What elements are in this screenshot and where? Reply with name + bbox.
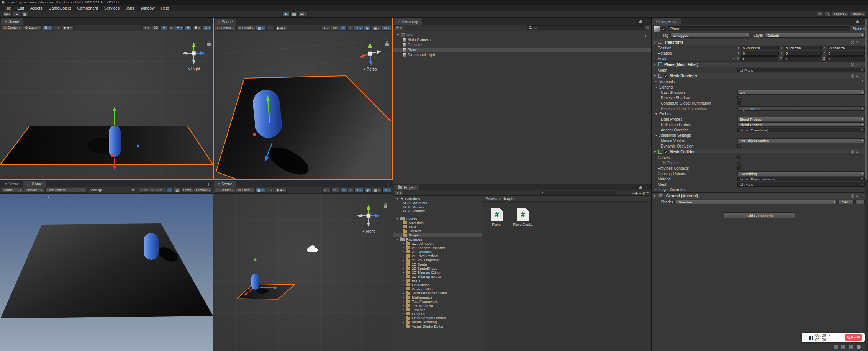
chevron-right-icon[interactable]: ▸: [402, 321, 405, 324]
project-package[interactable]: ▸2D Common: [393, 250, 482, 254]
tool-handle-position-dropdown[interactable]: ⊡Center▾: [215, 26, 236, 31]
project-package[interactable]: ▸2D Animation: [393, 241, 482, 246]
project-package[interactable]: ▸Unity Version Control: [393, 316, 482, 320]
snap-increment-button[interactable]: ▶◀▾: [62, 25, 74, 30]
2d-toggle-button[interactable]: 2D: [331, 188, 340, 193]
presets-icon[interactable]: ≡: [856, 150, 858, 154]
chevron-down-icon[interactable]: ▼: [396, 217, 399, 220]
scene-audio-button[interactable]: ♪: [348, 188, 354, 193]
scene-audio-button[interactable]: ♪: [347, 26, 353, 31]
tool-handle-position-dropdown[interactable]: ⊡Center▾: [2, 25, 22, 30]
project-search-input[interactable]: [545, 190, 613, 195]
project-package[interactable]: ▸Unity UI: [393, 312, 482, 316]
scene-lighting-button[interactable]: ☀: [340, 188, 347, 193]
hierarchy-search-input[interactable]: [532, 25, 642, 30]
hierarchy-item-directional-light[interactable]: Directional Light: [393, 52, 651, 57]
materials-foldout[interactable]: ▸ Materials 1: [652, 79, 868, 84]
scene-tab[interactable]: #Scene: [214, 181, 236, 187]
orientation-gizmo-right[interactable]: [357, 205, 380, 227]
project-package[interactable]: ▸Visual Scripting: [393, 320, 482, 324]
project-package[interactable]: ▸Test Framework: [393, 299, 482, 303]
chevron-right-icon[interactable]: ▸: [402, 296, 405, 299]
rotation-y-field[interactable]: 0: [784, 51, 822, 56]
project-packages-header[interactable]: ▼Packages: [393, 237, 482, 241]
game-mode-dropdown[interactable]: Game▾: [2, 188, 23, 193]
physic-material-field[interactable]: None (Physic Material)⊙: [737, 177, 865, 181]
project-package[interactable]: ▸Mathematics: [393, 295, 482, 299]
asset-item-playercontroller[interactable]: # PlayerCont...: [513, 208, 532, 226]
tool-handle-rotation-dropdown[interactable]: ⊕Local▾: [23, 25, 42, 30]
scene-visibility-button[interactable]: ◉: [185, 25, 192, 30]
chevron-down-icon[interactable]: ▼: [396, 197, 399, 200]
scale-z-field[interactable]: 1: [826, 56, 865, 61]
cast-shadows-dropdown[interactable]: On: [737, 90, 865, 95]
menu-services[interactable]: Services: [101, 5, 123, 11]
chevron-right-icon[interactable]: ▸: [402, 250, 405, 253]
contribute-gi-checkbox[interactable]: [737, 101, 741, 105]
hierarchy-filter-icon[interactable]: ⌸: [645, 25, 650, 30]
scene-row-menu-icon[interactable]: ⋮: [643, 33, 649, 37]
chevron-right-icon[interactable]: ▸: [402, 325, 405, 328]
cloud-button[interactable]: ☁: [13, 12, 20, 17]
scale-slider[interactable]: [98, 190, 131, 190]
receive-shadows-checkbox[interactable]: ✓: [737, 96, 741, 100]
help-icon[interactable]: [851, 63, 854, 66]
receive-gi-dropdown[interactable]: Light Probes: [737, 106, 865, 111]
menu-assets[interactable]: Assets: [27, 5, 46, 11]
presets-icon[interactable]: ≡: [856, 62, 858, 66]
project-favorites-header[interactable]: ▼★Favorites: [393, 197, 482, 201]
project-package[interactable]: ▸Custom NUnit: [393, 287, 482, 291]
project-favorite-all-models[interactable]: All Models: [393, 205, 482, 209]
static-dropdown[interactable]: Static▾: [852, 27, 865, 31]
view-orientation-label[interactable]: < Right: [362, 229, 375, 233]
mesh-object-field[interactable]: Plane⊙: [737, 68, 865, 72]
snap-increment-button[interactable]: ▶◀▾: [275, 26, 287, 31]
scale-x-field[interactable]: 1: [740, 56, 778, 61]
lock-icon[interactable]: [639, 21, 642, 23]
chevron-right-icon[interactable]: ▸: [402, 242, 405, 245]
view-orientation-label[interactable]: < Right: [188, 67, 200, 71]
object-picker-icon[interactable]: ⊙: [861, 69, 863, 72]
menu-window[interactable]: Window: [137, 5, 157, 11]
display-dropdown[interactable]: Display 1▾: [24, 188, 44, 193]
chevron-right-icon[interactable]: ▸: [402, 317, 405, 320]
chevron-right-icon[interactable]: ▸: [402, 287, 405, 290]
panel-menu-icon[interactable]: ⋮: [206, 182, 211, 186]
lock-icon[interactable]: [207, 41, 211, 46]
mute-audio-button[interactable]: ♪: [167, 188, 173, 193]
play-button[interactable]: ▶: [283, 12, 290, 17]
tool-handle-rotation-dropdown[interactable]: ⊕Local▾: [236, 188, 255, 193]
transform-header[interactable]: ▼ Transform ≡⋮: [652, 39, 868, 45]
breadcrumb-root[interactable]: Assets: [486, 197, 497, 201]
step-button[interactable]: ▶▏: [298, 12, 308, 17]
project-assets-header[interactable]: ▼Assets: [393, 217, 482, 221]
shader-dropdown[interactable]: Standard: [676, 200, 837, 204]
chevron-down-icon[interactable]: ▼: [653, 63, 657, 66]
dynamic-occlusion-checkbox[interactable]: ✓: [737, 144, 741, 148]
additional-settings-foldout[interactable]: ▼ Additional Settings: [652, 133, 868, 138]
panel-menu-icon[interactable]: ⋮: [385, 20, 391, 24]
chevron-right-icon[interactable]: ▸: [402, 304, 405, 307]
project-favorite-all-materials[interactable]: All Materials: [393, 201, 482, 205]
object-picker-icon[interactable]: ⊙: [861, 183, 863, 186]
menu-gameobject[interactable]: GameObject: [46, 5, 74, 11]
chevron-right-icon[interactable]: ▸: [653, 194, 657, 197]
scene-tab[interactable]: #Scene: [1, 18, 23, 25]
grid-visibility-button[interactable]: ▦▾: [255, 188, 265, 193]
account-button[interactable]: ▾: [2, 12, 12, 17]
view-orientation-label[interactable]: < Persp: [364, 67, 377, 71]
pause-recording-button[interactable]: [809, 336, 813, 340]
hierarchy-add-button[interactable]: +▾: [395, 25, 403, 30]
project-package[interactable]: ▸Collections: [393, 283, 482, 287]
chevron-right-icon[interactable]: ▸: [402, 246, 405, 249]
chevron-right-icon[interactable]: ▸: [655, 80, 658, 83]
tray-icon[interactable]: [834, 345, 838, 349]
cooking-options-dropdown[interactable]: Everything: [737, 171, 865, 176]
scene-visibility-button[interactable]: ◉: [364, 188, 371, 193]
help-icon[interactable]: [851, 74, 854, 78]
help-icon[interactable]: [851, 194, 854, 198]
game-tab[interactable]: ▭Game: [23, 181, 46, 187]
mesh-collider-header[interactable]: ▼ ✓ Mesh Collider ≡⋮: [652, 149, 868, 155]
snap-button[interactable]: ⌁▾: [53, 25, 61, 30]
project-package[interactable]: ▸2D Aseprite Importer: [393, 246, 482, 250]
